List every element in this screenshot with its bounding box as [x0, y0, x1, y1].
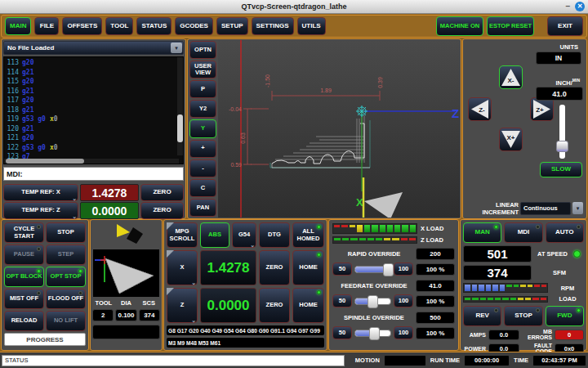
spindle-rev-button[interactable]: REV	[463, 306, 501, 326]
g54-button[interactable]: G54⌄	[232, 222, 256, 248]
mdi-mode-button[interactable]: MDI	[504, 222, 542, 243]
temp-ref-z-button[interactable]: TEMP REF: Z ⌄	[3, 202, 78, 219]
axis-z-label: Z	[452, 106, 459, 120]
spindle-100-button[interactable]: 100	[394, 326, 413, 339]
toolbar: MAIN FILE OFFSETS TOOL STATUS GCODES SET…	[1, 15, 587, 38]
lathe-tool-cone	[364, 192, 403, 218]
view-optn-button[interactable]: OPTN	[189, 41, 216, 59]
gcode-vscrollbar[interactable]	[177, 57, 183, 155]
tab-offsets[interactable]: OFFSETS	[62, 17, 102, 35]
toolpath-viewport[interactable]: 1.89 -1.50 0.39 -0.04 0.63 0.59	[218, 40, 460, 218]
man-mode-button[interactable]: MAN	[463, 222, 501, 243]
dtg-button[interactable]: DTG	[259, 222, 290, 248]
minimize-icon[interactable]: –	[565, 2, 570, 11]
file-combo[interactable]: No File Loaded ▾	[3, 41, 184, 55]
svg-text:Z-: Z-	[479, 106, 485, 114]
view-clear-button[interactable]: C	[189, 179, 216, 197]
view-y-button[interactable]: Y	[189, 119, 216, 137]
gcode-line[interactable]: 117g20	[6, 96, 183, 106]
abs-button[interactable]: ABS	[200, 222, 229, 248]
gcode-line[interactable]: 115g20	[6, 78, 183, 88]
temp-ref-x-zero-button[interactable]: ZERO	[140, 184, 184, 201]
feedrate-override-slider[interactable]	[354, 298, 391, 305]
home-x-button[interactable]: HOME	[292, 250, 324, 285]
gcode-line[interactable]: 118g21	[6, 106, 183, 116]
axis-x-button[interactable]: X⌄	[167, 250, 198, 285]
axis-z-button[interactable]: Z⌄	[167, 288, 198, 323]
jog-rate-slider-handle[interactable]	[556, 141, 568, 152]
gcode-line[interactable]: 113g20	[6, 59, 183, 69]
chevron-down-icon[interactable]: ▾	[572, 202, 583, 214]
tab-gcodes[interactable]: GCODES	[175, 17, 213, 35]
gcode-list[interactable]: 113g20114g21115g20116g21117g20118g21119g…	[3, 56, 184, 164]
gcode-line[interactable]: 122g53 g0x0	[6, 144, 183, 154]
flood-button[interactable]: FLOOD OFF	[46, 289, 86, 309]
view-y2-button[interactable]: Y2	[189, 100, 216, 118]
linear-increment-select[interactable]: Continuous	[520, 202, 571, 215]
mdi-input[interactable]: MDI:	[3, 167, 184, 181]
spindle-50-button[interactable]: 50	[332, 326, 352, 339]
feedrate-50-button[interactable]: 50	[332, 294, 352, 307]
spindle-stop-button[interactable]: STOP	[504, 306, 542, 326]
tab-file[interactable]: FILE	[34, 17, 59, 35]
active-mcodes: M3 M9 M48 M53 M61	[167, 338, 324, 348]
opt-stop-button[interactable]: OPT STOP	[46, 267, 86, 287]
gcode-line[interactable]: 121g20	[6, 134, 183, 144]
tab-setup[interactable]: SETUP	[216, 17, 248, 35]
mpg-scroll-button[interactable]: MPG SCROLL	[167, 222, 198, 248]
jog-rate-slider[interactable]	[559, 105, 565, 159]
rapid-100-button[interactable]: 100	[394, 263, 413, 276]
jog-x-minus-button[interactable]: X-	[499, 65, 523, 89]
step-button[interactable]: STEP	[46, 245, 86, 265]
opt-block-button[interactable]: OPT BLOCK	[4, 267, 44, 287]
stop-button[interactable]: STOP	[46, 222, 86, 243]
feedrate-100-button[interactable]: 100	[394, 294, 413, 307]
sfm-value: 374	[463, 265, 532, 280]
gcode-line[interactable]: 120g21	[6, 125, 183, 135]
close-icon[interactable]: ✕	[575, 2, 585, 11]
spindle-fwd-button[interactable]: FWD	[546, 306, 584, 326]
rapid-50-button[interactable]: 50	[332, 263, 352, 276]
machine-on-button[interactable]: MACHINE ON	[436, 16, 483, 36]
jog-x-plus-button[interactable]: X+	[499, 128, 523, 151]
graphics-panel: OPTN USER VIEW P Y2 Y + - C PAN	[187, 38, 461, 219]
zero-x-button[interactable]: ZERO	[259, 250, 290, 285]
pause-button[interactable]: PAUSE	[4, 245, 44, 265]
cycle-start-button[interactable]: CYCLE START	[4, 222, 44, 243]
zoom-in-button[interactable]: +	[189, 140, 216, 158]
runtime-value: 00:00:00	[464, 355, 510, 366]
tab-settings[interactable]: SETTINGS	[252, 17, 294, 35]
rapid-override-slider[interactable]	[354, 266, 391, 273]
temp-ref-z-zero-button[interactable]: ZERO	[140, 202, 184, 219]
zoom-out-button[interactable]: -	[189, 159, 216, 177]
estop-reset-button[interactable]: ESTOP RESET	[487, 16, 534, 36]
temp-ref-x-button[interactable]: TEMP REF: X ⌄	[3, 184, 78, 201]
gcode-line[interactable]: 114g21	[6, 69, 183, 79]
chevron-down-icon[interactable]: ▾	[171, 43, 182, 53]
no-lift-button[interactable]: NO LIFT	[46, 311, 86, 331]
tab-main[interactable]: MAIN	[5, 17, 31, 35]
auto-mode-button[interactable]: AUTO	[546, 222, 584, 243]
jog-z-plus-button[interactable]: Z+	[530, 97, 554, 121]
gcode-line[interactable]: 119g53 g0x0	[6, 115, 183, 125]
view-pan-button[interactable]: PAN	[189, 199, 216, 217]
jog-z-minus-button[interactable]: Z-	[468, 97, 492, 121]
view-p-button[interactable]: P	[189, 80, 216, 98]
reload-button[interactable]: RELOAD	[4, 311, 44, 331]
gcode-hscrollbar[interactable]	[4, 159, 179, 164]
spindle-override-slider[interactable]	[354, 330, 391, 337]
tab-tool[interactable]: TOOL	[105, 17, 133, 35]
exit-button[interactable]: EXIT	[547, 16, 583, 36]
mist-button[interactable]: MIST OFF	[4, 289, 44, 309]
linear-increment-label: LINEAR INCREMENT	[466, 201, 519, 216]
slow-button[interactable]: SLOW	[540, 162, 582, 177]
gcode-line[interactable]: 116g21	[6, 88, 183, 97]
tab-utils[interactable]: UTILS	[297, 17, 326, 35]
all-homed-button[interactable]: ALL HOMED	[292, 222, 324, 248]
zero-z-button[interactable]: ZERO	[259, 288, 290, 323]
spindle-override-value: 500	[416, 312, 455, 324]
home-z-button[interactable]: HOME	[292, 288, 324, 323]
rapid-override-pct: 100 %	[416, 263, 455, 276]
view-user-view-button[interactable]: USER VIEW	[189, 61, 216, 79]
tab-status[interactable]: STATUS	[136, 17, 172, 35]
